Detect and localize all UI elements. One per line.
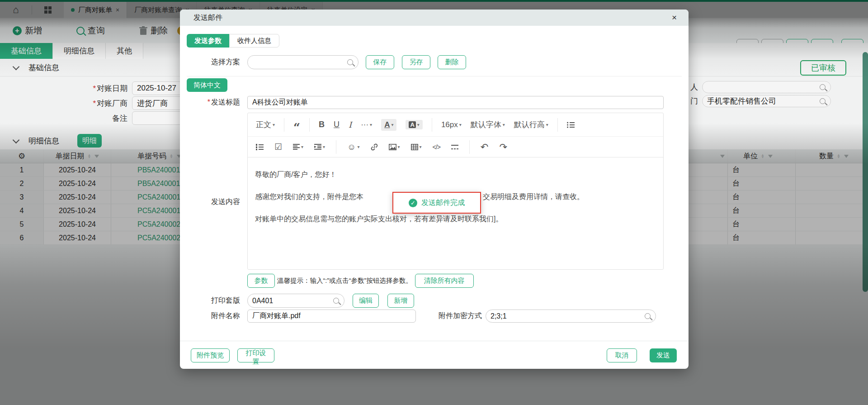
success-check-icon: ✓	[409, 199, 417, 207]
chevron-down-icon: ▾	[370, 122, 372, 127]
background-color-dropdown[interactable]: A▾	[406, 120, 422, 129]
send-complete-toast: ✓ 发送邮件完成	[392, 192, 481, 214]
divider	[432, 118, 432, 132]
add-template-button[interactable]: 新增	[387, 294, 414, 308]
params-button[interactable]: 参数	[247, 274, 275, 288]
blockquote-button[interactable]: “	[293, 125, 300, 130]
subject-field[interactable]	[247, 96, 664, 109]
filter-icon[interactable]	[94, 155, 99, 158]
paragraph-style-dropdown[interactable]: 正文▾	[256, 119, 275, 130]
search-icon[interactable]	[333, 298, 339, 304]
search-icon[interactable]	[645, 313, 651, 319]
code-view-button[interactable]: </>	[433, 143, 440, 151]
scheme-delete-button[interactable]: 删除	[438, 55, 466, 69]
params-hint: 温馨提示：输入“:”或点击“参数”按钮选择参数。	[277, 276, 412, 285]
bullet-list-button[interactable]	[567, 122, 575, 128]
email-body-editor[interactable]: 尊敬的厂商/客户，您好！ 感谢您对我们的支持，附件是您本交易明细及费用详情，请查…	[248, 157, 663, 224]
chevron-down-icon: ▾	[398, 144, 400, 149]
cancel-button[interactable]: 取消	[607, 348, 637, 362]
scheme-save-as-button[interactable]: 另存	[402, 55, 430, 69]
search-icon[interactable]	[820, 84, 826, 90]
image-dropdown[interactable]: ▾	[389, 144, 400, 150]
form-row-handler: 人	[690, 80, 831, 94]
bold-button[interactable]: B	[319, 120, 325, 129]
indent-dropdown[interactable]: ▾	[314, 144, 325, 150]
italic-button[interactable]: I	[349, 120, 352, 129]
form-row-department: 门	[690, 94, 831, 108]
tab-base-info[interactable]: 基础信息	[0, 43, 53, 59]
line-height-dropdown[interactable]: 默认行高▾	[514, 119, 548, 130]
editor-toolbar-row2: ☑ ▾ ▾ ☺▾ ▾ ▾ </>	[248, 137, 663, 157]
send-button[interactable]: 发送	[650, 348, 677, 362]
tab-close-icon[interactable]: ×	[116, 6, 119, 14]
editor-toolbar-row1: 正文▾ “ B U I ···▾ A▾ A▾ 16px▾ 默认字体▾ 默认行高▾	[248, 113, 663, 137]
print-template-field[interactable]	[247, 294, 344, 308]
search-icon[interactable]	[347, 59, 353, 65]
horizontal-rule-button[interactable]	[451, 144, 458, 150]
detail-button[interactable]: 明细	[77, 134, 102, 148]
footer-divider	[180, 341, 689, 341]
collapse-chevron-icon[interactable]	[13, 136, 20, 143]
rich-text-editor: 正文▾ “ B U I ···▾ A▾ A▾ 16px▾ 默认字体▾ 默认行高▾…	[247, 113, 664, 270]
chevron-down-icon: ▾	[503, 122, 505, 127]
chevron-down-icon: ▾	[301, 144, 303, 149]
filter-icon[interactable]	[720, 155, 725, 158]
attachment-name-field[interactable]	[247, 310, 416, 323]
close-icon[interactable]: ×	[672, 13, 677, 23]
emoji-dropdown[interactable]: ☺▾	[347, 142, 359, 152]
print-settings-button[interactable]: 打印设置	[237, 348, 274, 362]
clear-all-button[interactable]: 清除所有内容	[415, 274, 474, 288]
ordered-list-button[interactable]	[256, 144, 264, 150]
attachment-row: 附件名称 附件加密方式	[180, 310, 656, 323]
language-button[interactable]: 简体中文	[187, 78, 227, 92]
tab-recipients[interactable]: 收件人信息	[229, 34, 279, 48]
font-size-dropdown[interactable]: 16px▾	[441, 120, 462, 129]
underline-button[interactable]: U	[334, 120, 340, 129]
right-scrollbar-thumb[interactable]	[863, 52, 868, 292]
tab-detail-info[interactable]: 明细信息	[53, 43, 106, 59]
required-mark: *	[208, 98, 210, 106]
apps-grid-icon[interactable]	[32, 2, 64, 18]
delete-button[interactable]: 删除 !	[139, 25, 186, 37]
edit-template-button[interactable]: 编辑	[353, 294, 379, 308]
more-formats-dropdown[interactable]: ···▾	[361, 120, 372, 129]
modal-footer: 附件预览 打印设置 取消 发送	[180, 348, 689, 362]
scheme-save-button[interactable]: 保存	[366, 55, 394, 69]
search-icon[interactable]	[820, 98, 826, 104]
handler-field[interactable]	[702, 81, 831, 93]
sort-icon: ▲▼	[761, 154, 764, 158]
scheme-field[interactable]	[247, 55, 359, 69]
search-icon	[76, 27, 85, 35]
subject-row: *发送标题	[180, 96, 664, 109]
tab-send-params[interactable]: 发送参数	[187, 34, 229, 48]
font-family-dropdown[interactable]: 默认字体▾	[471, 119, 505, 130]
toast-message: 发送邮件完成	[421, 198, 465, 208]
attachment-preview-button[interactable]: 附件预览	[191, 348, 230, 362]
filter-icon[interactable]	[844, 155, 849, 158]
query-button[interactable]: 查询	[76, 25, 105, 37]
link-button[interactable]	[371, 143, 378, 151]
send-email-modal: 发送邮件 × 发送参数 收件人信息 选择方案 保存 另存 删除 简体中文 *发送…	[180, 10, 689, 369]
col-header-code: 单据号码	[137, 152, 166, 161]
tab-other[interactable]: 其他	[106, 43, 143, 59]
sort-icon: ▲▼	[170, 154, 173, 158]
window-tab-label: 厂商对账单查询	[134, 6, 182, 14]
filter-icon[interactable]	[768, 155, 773, 158]
align-dropdown[interactable]: ▾	[293, 144, 303, 150]
redo-button[interactable]: ↷	[499, 142, 507, 152]
plus-circle-icon: +	[13, 26, 22, 35]
chevron-down-icon: ▾	[323, 144, 325, 149]
column-settings-gear-icon[interactable]: ⚙	[0, 149, 44, 163]
table-dropdown[interactable]: ▾	[411, 144, 422, 150]
window-tab-statement[interactable]: 厂商对账单 ×	[64, 2, 127, 18]
encryption-field[interactable]	[486, 310, 656, 323]
department-field[interactable]	[702, 95, 831, 107]
home-icon[interactable]: ⌂	[0, 2, 32, 18]
section-title: 明细信息	[28, 136, 59, 146]
add-button[interactable]: + 新增	[13, 25, 42, 37]
collapse-chevron-icon[interactable]	[13, 63, 20, 70]
task-list-button[interactable]: ☑	[274, 142, 282, 152]
font-color-dropdown[interactable]: A▾	[381, 119, 396, 131]
undo-button[interactable]: ↶	[481, 142, 489, 152]
active-dot-icon	[71, 8, 75, 12]
